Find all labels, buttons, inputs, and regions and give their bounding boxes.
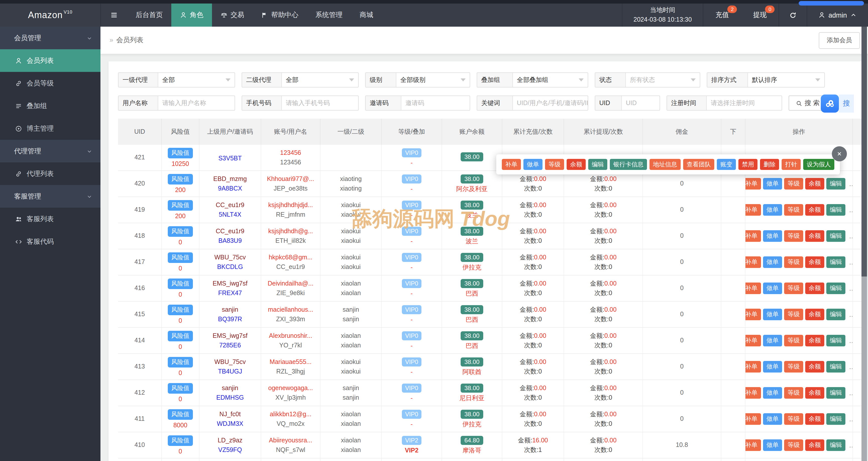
filter-select-一级代理[interactable]: 一级代理全部 — [118, 73, 235, 87]
row-action-编辑[interactable]: 编辑 — [826, 231, 845, 242]
row-action-余额[interactable]: 余额 — [805, 178, 824, 190]
more-actions-button[interactable]: … — [849, 389, 853, 397]
popup-action-地址信息[interactable]: 地址信息 — [650, 159, 681, 170]
refresh-button[interactable] — [779, 3, 807, 27]
account-name[interactable]: 123456 — [280, 149, 301, 156]
risk-badge[interactable]: 风险值 — [168, 357, 193, 367]
invite-code[interactable]: WDJM3X — [217, 420, 243, 428]
more-actions-button[interactable]: … — [849, 337, 853, 344]
account-name[interactable]: Deivindailha@... — [268, 280, 313, 287]
page-scrollbar[interactable] — [862, 27, 867, 461]
invite-code[interactable]: TB4UGJ — [218, 368, 242, 375]
row-action-编辑[interactable]: 编辑 — [826, 204, 845, 216]
row-action-等级[interactable]: 等级 — [784, 204, 803, 216]
row-action-补单[interactable]: 补单 — [745, 335, 761, 346]
row-action-做单[interactable]: 做单 — [763, 361, 782, 373]
row-action-补单[interactable]: 补单 — [745, 361, 761, 373]
account-name[interactable]: ogenewogaga... — [268, 384, 313, 392]
popup-action-禁用[interactable]: 禁用 — [738, 159, 757, 170]
row-action-补单[interactable]: 补单 — [745, 309, 761, 320]
row-action-补单[interactable]: 补单 — [745, 178, 761, 190]
row-action-等级[interactable]: 等级 — [784, 361, 803, 373]
sidebar-item-客服列表[interactable]: 客服列表 — [0, 208, 100, 230]
invite-code[interactable]: VZ59FQ — [218, 446, 242, 454]
popup-action-打针[interactable]: 打针 — [782, 159, 801, 170]
recharge-button[interactable]: 充值 2 — [703, 3, 741, 27]
row-action-等级[interactable]: 等级 — [784, 440, 803, 451]
row-action-等级[interactable]: 等级 — [784, 231, 803, 242]
row-action-等级[interactable]: 等级 — [784, 257, 803, 268]
row-action-做单[interactable]: 做单 — [763, 413, 782, 425]
account-name[interactable]: hkpkc68@gm... — [269, 254, 312, 261]
row-action-做单[interactable]: 做单 — [763, 204, 782, 216]
row-action-编辑[interactable]: 编辑 — [826, 361, 845, 373]
row-action-编辑[interactable]: 编辑 — [826, 283, 845, 294]
risk-badge[interactable]: 风险值 — [168, 252, 193, 263]
filter-input-邀请码[interactable]: 邀请码邀请码 — [365, 95, 470, 111]
row-action-余额[interactable]: 余额 — [805, 231, 824, 242]
risk-badge[interactable]: 风险值 — [168, 383, 193, 393]
row-action-余额[interactable]: 余额 — [805, 283, 824, 294]
row-action-补单[interactable]: 补单 — [745, 440, 761, 451]
nav-item-商城[interactable]: 商城 — [351, 3, 382, 27]
row-action-等级[interactable]: 等级 — [784, 178, 803, 190]
admin-user-menu[interactable]: admin — [807, 3, 868, 27]
popup-action-删除[interactable]: 删除 — [760, 159, 779, 170]
sidebar-item-博主管理[interactable]: 博主管理 — [0, 117, 100, 140]
row-action-做单[interactable]: 做单 — [763, 283, 782, 294]
account-name[interactable]: ksjsjhdhdh@g... — [268, 228, 313, 235]
risk-badge[interactable]: 风险值 — [168, 148, 193, 158]
filter-input-注册时间[interactable]: 注册时间请选择注册时间 — [666, 95, 782, 111]
row-action-补单[interactable]: 补单 — [745, 257, 761, 268]
row-action-做单[interactable]: 做单 — [763, 440, 782, 451]
filter-input-关键词[interactable]: 关键词UID/用户名/手机/邀请码/IP — [477, 95, 588, 111]
risk-badge[interactable]: 风险值 — [168, 278, 193, 289]
more-actions-button[interactable]: … — [849, 232, 853, 240]
popup-action-编辑[interactable]: 编辑 — [588, 159, 607, 170]
row-action-做单[interactable]: 做单 — [763, 335, 782, 346]
filter-select-叠加组[interactable]: 叠加组全部叠加组 — [477, 73, 588, 87]
row-action-编辑[interactable]: 编辑 — [826, 413, 845, 425]
account-name[interactable]: alikkbn12@g... — [270, 410, 311, 418]
risk-badge[interactable]: 风险值 — [168, 305, 193, 315]
sidebar-item-客服代码[interactable]: 客服代码 — [0, 230, 100, 253]
account-name[interactable]: ksjsjhdhdhjdjd... — [268, 201, 313, 209]
popup-action-查看团队[interactable]: 查看团队 — [683, 159, 714, 170]
account-name[interactable]: Alexbrunoshir... — [269, 332, 312, 340]
popup-action-余额[interactable]: 余额 — [567, 159, 586, 170]
invite-code[interactable]: BQ397R — [218, 315, 242, 323]
invite-code[interactable]: FREX47 — [218, 289, 242, 297]
invite-code[interactable]: 5NLT4X — [219, 211, 241, 219]
row-action-编辑[interactable]: 编辑 — [826, 257, 845, 268]
row-action-补单[interactable]: 补单 — [745, 204, 761, 216]
invite-code[interactable]: 9A8BCX — [218, 185, 242, 192]
invite-code[interactable]: S3V5BT — [218, 155, 242, 163]
row-action-补单[interactable]: 补单 — [745, 231, 761, 242]
nav-item-交易[interactable]: 交易 — [212, 3, 253, 27]
popup-action-做单[interactable]: 做单 — [523, 159, 542, 170]
row-action-做单[interactable]: 做单 — [763, 231, 782, 242]
row-action-余额[interactable]: 余额 — [805, 413, 824, 425]
popup-close-button[interactable] — [832, 146, 847, 162]
row-action-做单[interactable]: 做单 — [763, 387, 782, 399]
filter-select-二级代理[interactable]: 二级代理全部 — [242, 73, 359, 87]
risk-badge[interactable]: 风险值 — [168, 435, 193, 446]
sidebar-item-会员等级[interactable]: 会员等级 — [0, 72, 100, 94]
filter-input-UID[interactable]: UIDUID — [595, 95, 660, 111]
invite-code[interactable]: BKCDLG — [217, 263, 243, 271]
more-actions-button[interactable]: … — [849, 311, 853, 318]
row-action-余额[interactable]: 余额 — [805, 257, 824, 268]
more-actions-button[interactable]: … — [849, 180, 853, 188]
row-action-补单[interactable]: 补单 — [745, 283, 761, 294]
sidebar-group-客服管理[interactable]: 客服管理 — [0, 185, 100, 208]
netdisk-float-widget[interactable]: 搜 — [821, 94, 854, 113]
risk-badge[interactable]: 风险值 — [168, 330, 193, 341]
row-action-等级[interactable]: 等级 — [784, 335, 803, 346]
more-actions-button[interactable]: … — [849, 441, 853, 449]
risk-badge[interactable]: 风险值 — [168, 226, 193, 236]
row-action-编辑[interactable]: 编辑 — [826, 178, 845, 190]
invite-code[interactable]: EDMHSG — [216, 394, 244, 401]
sidebar-group-代理管理[interactable]: 代理管理 — [0, 140, 100, 163]
sidebar-item-叠加组[interactable]: 叠加组 — [0, 94, 100, 117]
row-action-等级[interactable]: 等级 — [784, 413, 803, 425]
